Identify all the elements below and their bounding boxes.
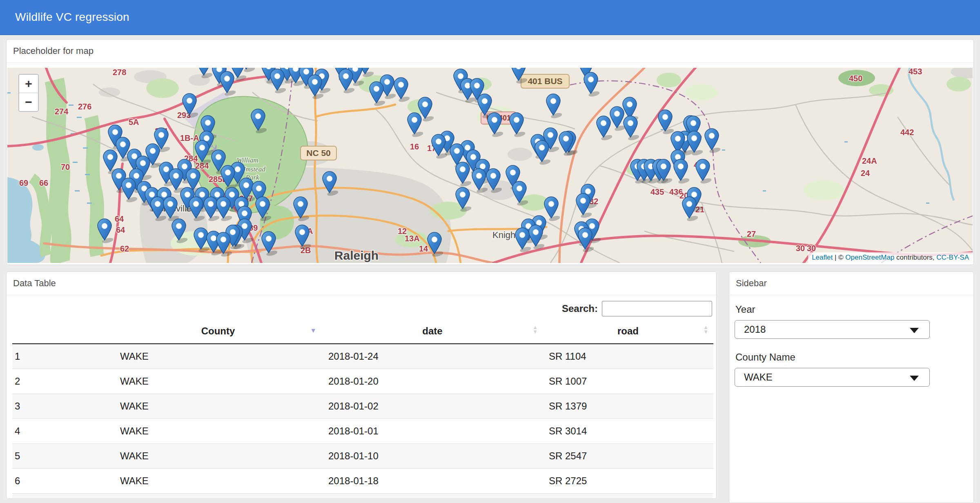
cell-rownum: 4 [12, 419, 114, 444]
map-marker[interactable] [407, 113, 423, 138]
cell-date: 2018-01-18 [322, 469, 543, 494]
map-marker[interactable] [512, 181, 528, 206]
map-marker[interactable] [431, 134, 447, 159]
map-marker[interactable] [188, 196, 205, 222]
map-marker[interactable] [97, 218, 113, 244]
map-marker[interactable] [575, 193, 592, 218]
map-marker[interactable] [171, 218, 187, 244]
column-header-index[interactable] [12, 321, 114, 344]
map-zoom-control: + − [18, 74, 39, 112]
table-search: Search: [7, 300, 712, 317]
table-row[interactable]: 5WAKE2018-01-10SR 2547 [12, 444, 713, 469]
data-table-title: Data Table [7, 272, 716, 295]
cell-county: WAKE [114, 419, 322, 444]
map-marker[interactable] [427, 232, 443, 258]
map-marker[interactable] [121, 178, 137, 203]
table-row[interactable]: 3WAKE2018-01-02SR 1379 [12, 394, 713, 419]
map-panel: Placeholder for map [6, 39, 974, 265]
table-row[interactable]: 6WAKE2018-01-18SR 2725 [12, 469, 713, 494]
cell-date: 2018-01-10 [322, 444, 543, 469]
map-marker[interactable] [270, 69, 286, 94]
county-select-value: WAKE [735, 372, 773, 383]
cell-date: 2018-01-01 [322, 419, 543, 444]
table-body: 1WAKE2018-01-24SR 11042WAKE2018-01-20SR … [12, 344, 713, 494]
map-marker[interactable] [577, 228, 594, 253]
map-marker[interactable] [695, 159, 711, 184]
map-marker[interactable] [194, 140, 211, 165]
osm-link[interactable]: OpenStreetMap [845, 254, 894, 261]
map-marker[interactable] [673, 159, 689, 184]
app: { "header": { "title": "Wildlife VC regr… [0, 0, 980, 503]
leaflet-link[interactable]: Leaflet [812, 254, 833, 261]
sort-both-icon: ▲▼ [703, 325, 708, 334]
map-marker[interactable] [455, 187, 471, 212]
map-marker[interactable] [393, 77, 410, 102]
map-marker[interactable] [307, 74, 323, 100]
cell-rownum: 6 [12, 469, 114, 494]
cell-rownum: 1 [12, 344, 114, 369]
map-marker[interactable] [546, 93, 562, 119]
chevron-down-icon [910, 376, 919, 381]
map-attribution: Leaflet | © OpenStreetMap contributors, … [808, 252, 973, 263]
column-header-date[interactable]: date ▲▼ [322, 321, 543, 344]
cell-road: SR 3014 [543, 419, 713, 444]
map-marker[interactable] [293, 196, 309, 222]
map-marker[interactable] [682, 196, 698, 222]
sidebar-title: Sidebar [729, 272, 973, 295]
app-title: Wildlife VC regression [0, 11, 129, 24]
map-marker[interactable] [511, 68, 527, 84]
cell-rownum: 3 [12, 394, 114, 419]
search-input[interactable] [602, 301, 712, 316]
map-marker[interactable] [623, 116, 639, 141]
cell-road: SR 1007 [543, 369, 713, 394]
map-marker[interactable] [219, 71, 236, 96]
map-marker[interactable] [471, 168, 488, 194]
county-select[interactable]: WAKE [735, 368, 930, 387]
map-marker[interactable] [583, 72, 599, 97]
map-marker[interactable] [486, 168, 502, 194]
map-marker[interactable] [534, 140, 550, 165]
year-label: Year [735, 304, 968, 315]
map-panel-title: Placeholder for map [7, 40, 973, 63]
zoom-out-button[interactable]: − [19, 93, 38, 111]
sort-both-icon: ▲▼ [532, 325, 538, 334]
map-marker[interactable] [216, 232, 232, 258]
map-marker[interactable] [704, 128, 720, 154]
map-marker[interactable] [294, 225, 311, 250]
map-marker[interactable] [596, 116, 612, 141]
map-marker[interactable] [487, 113, 503, 138]
map-marker[interactable] [509, 113, 525, 138]
table-row[interactable]: 1WAKE2018-01-24SR 1104 [12, 344, 713, 369]
map-marker[interactable] [220, 165, 236, 190]
cell-rownum: 5 [12, 444, 114, 469]
map-marker[interactable] [369, 81, 385, 107]
map-marker[interactable] [261, 231, 277, 256]
map-marker[interactable] [558, 131, 575, 156]
column-header-road[interactable]: road ▲▼ [543, 321, 713, 344]
zoom-in-button[interactable]: + [19, 75, 38, 93]
leaflet-map[interactable]: NC 50 401 BUS US 401 ✈ William B. Umstea… [7, 68, 973, 263]
search-label: Search: [562, 303, 598, 314]
cell-date: 2018-01-02 [322, 394, 543, 419]
cell-county: WAKE [114, 369, 322, 394]
table-row[interactable]: 2WAKE2018-01-20SR 1007 [12, 369, 713, 394]
column-header-county[interactable]: County ▼ [114, 321, 322, 344]
cell-rownum: 2 [12, 369, 114, 394]
map-marker[interactable] [514, 228, 531, 253]
sidebar-panel: Sidebar Year 2018 County Name WAKE [729, 272, 974, 503]
year-select[interactable]: 2018 [735, 320, 930, 339]
map-marker[interactable] [216, 196, 232, 222]
map-marker[interactable] [686, 131, 703, 156]
map-marker[interactable] [338, 69, 354, 94]
map-marker[interactable] [182, 93, 198, 118]
cell-road: SR 2725 [543, 469, 713, 494]
map-marker[interactable] [255, 196, 271, 222]
map-marker[interactable] [455, 162, 471, 187]
license-link[interactable]: CC-BY-SA [936, 254, 969, 261]
map-marker[interactable] [196, 68, 212, 79]
map-marker[interactable] [250, 109, 267, 134]
map-marker[interactable] [656, 159, 672, 184]
cell-county: WAKE [114, 444, 322, 469]
table-row[interactable]: 4WAKE2018-01-01SR 3014 [12, 419, 713, 444]
map-marker[interactable] [322, 171, 338, 196]
